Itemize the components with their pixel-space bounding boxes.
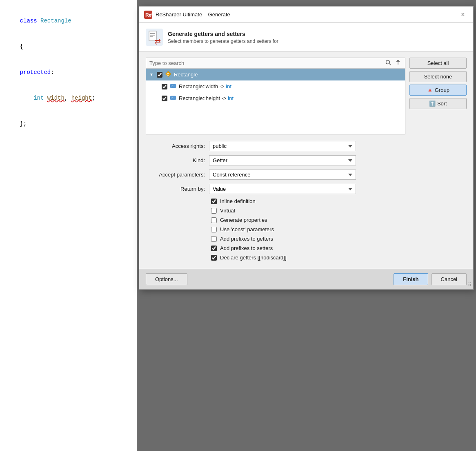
footer-right: Finish Cancel — [394, 273, 467, 285]
sort-button[interactable]: ⬆️ Sort — [409, 98, 467, 109]
access-rights-row: Access rights: public protected private — [146, 141, 467, 151]
checkbox-prefix-getters: Add prefixes to getters — [211, 236, 467, 242]
width-label: Rectangle::width -> int — [179, 83, 231, 89]
virtual-label: Virtual — [220, 208, 235, 214]
inline-checkbox[interactable] — [211, 199, 217, 204]
svg-line-9 — [389, 64, 391, 65]
checkbox-gen-props: Generate properties — [211, 217, 467, 223]
svg-text:⇄: ⇄ — [155, 38, 161, 46]
rectangle-checkbox[interactable] — [157, 72, 162, 78]
field-icon-height: f — [170, 94, 176, 102]
svg-text:C: C — [167, 72, 169, 76]
const-params-label: Use 'const' parameters — [220, 226, 274, 232]
generate-dialog: R# ReSharper Ultimate – Generate × ⇄ Gen… — [139, 6, 474, 290]
accept-label: Accept parameters: — [146, 172, 205, 178]
checkbox-inline: Inline definition — [211, 198, 467, 204]
inline-label: Inline definition — [220, 198, 256, 204]
svg-text:R#: R# — [145, 12, 152, 18]
prefix-getters-checkbox[interactable] — [211, 236, 217, 242]
return-select[interactable]: Value Const reference Reference — [209, 184, 356, 194]
header-text: Generate getters and setters Select memb… — [168, 31, 278, 44]
svg-text:f: f — [171, 96, 173, 100]
pin-button[interactable] — [394, 60, 402, 67]
code-line-3: protected: — [6, 60, 131, 85]
dialog-footer: Options... Finish Cancel ⠿ — [139, 269, 473, 289]
resize-handle[interactable]: ⠿ — [468, 282, 472, 288]
member-list-panel: ▼ C Rectangle — [146, 58, 405, 134]
sort-icon: ⬆️ — [429, 100, 437, 107]
const-params-checkbox[interactable] — [211, 227, 217, 232]
return-label: Return by: — [146, 186, 205, 192]
generate-properties-label: Generate properties — [220, 217, 267, 223]
tree-list: ▼ C Rectangle — [146, 69, 405, 134]
kind-label: Kind: — [146, 157, 205, 163]
generate-properties-checkbox[interactable] — [211, 217, 217, 223]
resharper-icon: R# — [144, 11, 152, 19]
checkbox-const-params: Use 'const' parameters — [211, 226, 467, 232]
group-icon: 🔺 — [427, 87, 435, 93]
width-checkbox[interactable] — [162, 84, 167, 89]
finish-button[interactable]: Finish — [394, 273, 428, 285]
checkbox-prefix-setters: Add prefixes to setters — [211, 245, 467, 251]
header-title: Generate getters and setters — [168, 31, 278, 37]
height-label: Rectangle::height -> int — [179, 95, 234, 101]
select-none-button[interactable]: Select none — [409, 71, 467, 82]
checkbox-section: Inline definition Virtual Generate prope… — [146, 198, 467, 261]
expand-arrow: ▼ — [149, 72, 153, 77]
group-button[interactable]: 🔺 Group — [409, 85, 467, 96]
prefix-setters-checkbox[interactable] — [211, 246, 217, 251]
generate-icon: ⇄ — [146, 29, 163, 46]
cancel-button[interactable]: Cancel — [432, 273, 467, 285]
virtual-checkbox[interactable] — [211, 208, 217, 214]
title-bar: R# ReSharper Ultimate – Generate × — [139, 7, 473, 23]
kind-row: Kind: Getter Setter Getter and Setter — [146, 155, 467, 165]
side-buttons: Select all Select none 🔺 Group ⬆️ Sort — [409, 58, 467, 109]
kind-select[interactable]: Getter Setter Getter and Setter — [209, 155, 356, 165]
accept-row: Accept parameters: Const reference Value… — [146, 170, 467, 180]
select-all-button[interactable]: Select all — [409, 58, 467, 69]
return-row: Return by: Value Const reference Referen… — [146, 184, 467, 194]
header-subtitle: Select members to generate getters and s… — [168, 38, 278, 44]
tree-item-rectangle[interactable]: ▼ C Rectangle — [146, 69, 405, 80]
code-editor: class Rectangle { protected: int width, … — [0, 0, 137, 451]
code-line-1: class Rectangle — [6, 8, 131, 34]
search-input[interactable] — [149, 60, 382, 66]
code-line-4: int width, height; — [6, 85, 131, 111]
options-button[interactable]: Options... — [146, 273, 187, 285]
checkbox-virtual: Virtual — [211, 208, 467, 214]
svg-point-8 — [386, 60, 390, 64]
checkbox-nodiscard: Declare getters [[nodiscard]] — [211, 255, 467, 261]
dialog-header: ⇄ Generate getters and setters Select me… — [139, 23, 473, 52]
code-line-2: { — [6, 34, 131, 60]
close-button[interactable]: × — [458, 9, 468, 20]
rectangle-label: Rectangle — [174, 71, 198, 78]
nodiscard-checkbox[interactable] — [211, 255, 217, 261]
dialog-body: ▼ C Rectangle — [139, 52, 473, 266]
parent-icon: C — [165, 71, 171, 78]
access-rights-select[interactable]: public protected private — [209, 141, 356, 151]
dialog-title: ReSharper Ultimate – Generate — [156, 11, 458, 18]
search-bar — [146, 58, 405, 69]
height-checkbox[interactable] — [162, 96, 167, 101]
field-icon-width: f — [170, 83, 176, 90]
prefix-getters-label: Add prefixes to getters — [220, 236, 273, 242]
tree-item-width[interactable]: f Rectangle::width -> int — [146, 80, 405, 92]
prefix-setters-label: Add prefixes to setters — [220, 245, 273, 251]
accept-select[interactable]: Const reference Value Move — [209, 170, 356, 180]
footer-left: Options... — [146, 273, 187, 285]
tree-item-height[interactable]: f Rectangle::height -> int — [146, 92, 405, 104]
nodiscard-label: Declare getters [[nodiscard]] — [220, 255, 287, 261]
access-rights-label: Access rights: — [146, 143, 205, 149]
search-button[interactable] — [385, 60, 392, 67]
svg-text:f: f — [171, 85, 173, 88]
member-picker-row: ▼ C Rectangle — [146, 58, 467, 134]
form-section: Access rights: public protected private … — [146, 138, 467, 261]
code-line-5: }; — [6, 111, 131, 137]
